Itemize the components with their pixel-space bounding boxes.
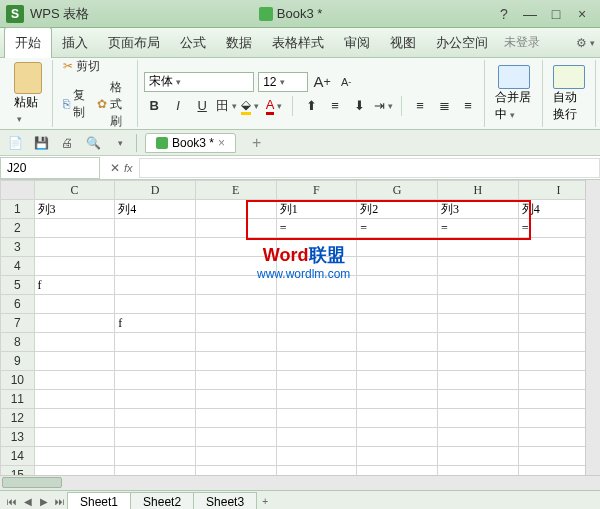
cell-C4[interactable]	[34, 257, 115, 276]
cell-C12[interactable]	[34, 409, 115, 428]
cell-F10[interactable]	[276, 371, 357, 390]
cell-D10[interactable]	[115, 371, 196, 390]
cell-H8[interactable]	[437, 333, 518, 352]
cut-button[interactable]: ✂剪切	[59, 56, 131, 77]
cell-E14[interactable]	[195, 447, 276, 466]
align-left-button[interactable]: ≡	[410, 96, 430, 116]
wrap-text-button[interactable]: 自动换行	[549, 61, 589, 127]
cell-F11[interactable]	[276, 390, 357, 409]
first-sheet-button[interactable]: ⏮	[4, 494, 20, 510]
align-center-button[interactable]: ≣	[434, 96, 454, 116]
cell-H14[interactable]	[437, 447, 518, 466]
cell-E7[interactable]	[195, 314, 276, 333]
cell-E4[interactable]	[195, 257, 276, 276]
font-increase-button[interactable]: A+	[312, 72, 332, 92]
new-file-icon[interactable]: 📄	[6, 134, 24, 152]
cell-G2[interactable]: =	[357, 219, 438, 238]
cell-G4[interactable]	[357, 257, 438, 276]
cell-C1[interactable]: 列3	[34, 200, 115, 219]
cell-F13[interactable]	[276, 428, 357, 447]
cell-F2[interactable]: =	[276, 219, 357, 238]
cell-F5[interactable]	[276, 276, 357, 295]
add-sheet-button[interactable]: +	[257, 494, 273, 510]
cell-G13[interactable]	[357, 428, 438, 447]
add-tab-button[interactable]: +	[244, 134, 269, 152]
sheet-tab-3[interactable]: Sheet3	[193, 492, 257, 510]
cell-F14[interactable]	[276, 447, 357, 466]
horizontal-scrollbar[interactable]	[0, 475, 600, 490]
row-header-8[interactable]: 8	[1, 333, 35, 352]
cell-G7[interactable]	[357, 314, 438, 333]
underline-button[interactable]: U	[192, 96, 212, 116]
next-sheet-button[interactable]: ▶	[36, 494, 52, 510]
tab-page-layout[interactable]: 页面布局	[98, 28, 170, 58]
cell-G5[interactable]	[357, 276, 438, 295]
cell-D1[interactable]: 列4	[115, 200, 196, 219]
tab-insert[interactable]: 插入	[52, 28, 98, 58]
cancel-formula-icon[interactable]: ✕	[110, 161, 120, 175]
merge-center-button[interactable]: 合并居中	[491, 61, 536, 127]
copy-button[interactable]: ⎘复制	[59, 85, 89, 123]
close-button[interactable]: ×	[570, 5, 594, 23]
cell-H2[interactable]: =	[437, 219, 518, 238]
cell-C10[interactable]	[34, 371, 115, 390]
print-preview-icon[interactable]: 🔍	[84, 134, 102, 152]
cell-E3[interactable]	[195, 238, 276, 257]
cell-F3[interactable]	[276, 238, 357, 257]
align-bottom-button[interactable]: ⬇	[349, 96, 369, 116]
cell-F8[interactable]	[276, 333, 357, 352]
col-header-E[interactable]: E	[195, 181, 276, 200]
align-top-button[interactable]: ⬆	[301, 96, 321, 116]
cell-H13[interactable]	[437, 428, 518, 447]
fill-color-button[interactable]: ⬙	[240, 96, 260, 116]
cell-H12[interactable]	[437, 409, 518, 428]
font-decrease-button[interactable]: A-	[336, 72, 356, 92]
font-size-select[interactable]: 12	[258, 72, 308, 92]
align-right-button[interactable]: ≡	[458, 96, 478, 116]
cell-H4[interactable]	[437, 257, 518, 276]
cell-C7[interactable]	[34, 314, 115, 333]
tab-data[interactable]: 数据	[216, 28, 262, 58]
fx-icon[interactable]: fx	[124, 162, 133, 174]
cell-D8[interactable]	[115, 333, 196, 352]
paste-button[interactable]: 粘贴	[10, 58, 46, 129]
italic-button[interactable]: I	[168, 96, 188, 116]
cell-H11[interactable]	[437, 390, 518, 409]
row-header-14[interactable]: 14	[1, 447, 35, 466]
align-middle-button[interactable]: ≡	[325, 96, 345, 116]
maximize-button[interactable]: □	[544, 5, 568, 23]
vertical-scrollbar[interactable]	[585, 180, 600, 475]
row-header-6[interactable]: 6	[1, 295, 35, 314]
select-all-corner[interactable]	[1, 181, 35, 200]
row-header-7[interactable]: 7	[1, 314, 35, 333]
cell-G3[interactable]	[357, 238, 438, 257]
cell-F1[interactable]: 列1	[276, 200, 357, 219]
tab-view[interactable]: 视图	[380, 28, 426, 58]
cell-D7[interactable]: f	[115, 314, 196, 333]
settings-icon[interactable]: ⚙	[576, 33, 596, 53]
tab-start[interactable]: 开始	[4, 27, 52, 58]
cell-C9[interactable]	[34, 352, 115, 371]
cell-F7[interactable]	[276, 314, 357, 333]
cell-E5[interactable]	[195, 276, 276, 295]
cell-H6[interactable]	[437, 295, 518, 314]
cell-C2[interactable]	[34, 219, 115, 238]
close-tab-icon[interactable]: ×	[218, 136, 225, 150]
cell-D6[interactable]	[115, 295, 196, 314]
cell-G12[interactable]	[357, 409, 438, 428]
formula-input[interactable]	[139, 158, 600, 178]
document-tab[interactable]: Book3 * ×	[145, 133, 236, 153]
col-header-C[interactable]: C	[34, 181, 115, 200]
cell-C3[interactable]	[34, 238, 115, 257]
cell-E12[interactable]	[195, 409, 276, 428]
minimize-button[interactable]: —	[518, 5, 542, 23]
name-box[interactable]: J20	[0, 157, 100, 179]
login-status[interactable]: 未登录	[498, 34, 546, 51]
cell-E6[interactable]	[195, 295, 276, 314]
cell-C8[interactable]	[34, 333, 115, 352]
cell-G11[interactable]	[357, 390, 438, 409]
cell-D4[interactable]	[115, 257, 196, 276]
last-sheet-button[interactable]: ⏭	[52, 494, 68, 510]
row-header-3[interactable]: 3	[1, 238, 35, 257]
row-header-5[interactable]: 5	[1, 276, 35, 295]
